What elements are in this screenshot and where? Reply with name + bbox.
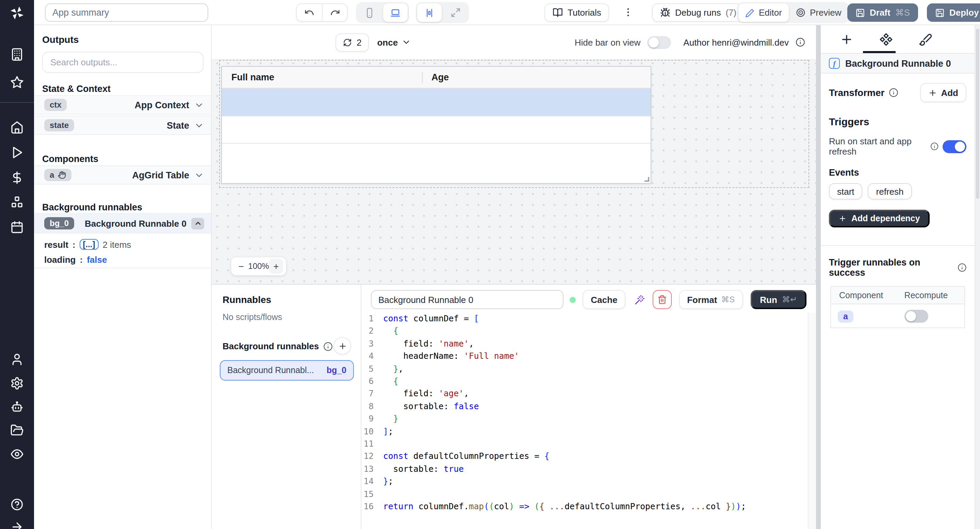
code-line: 16return columnDef.map((col) => ({ ...de… bbox=[361, 500, 808, 513]
canvas-toolbar: 2 once Hide bar on view Author henri@win… bbox=[212, 25, 816, 60]
runs-play-icon[interactable] bbox=[10, 146, 24, 159]
help-icon[interactable] bbox=[10, 498, 24, 511]
zoom-out-button[interactable]: − bbox=[234, 259, 248, 274]
styling-tab[interactable] bbox=[919, 33, 932, 46]
column-header[interactable]: Age bbox=[422, 67, 651, 88]
chevron-down-icon[interactable] bbox=[194, 100, 204, 110]
star-icon[interactable] bbox=[10, 76, 24, 89]
bg-runnables-list-title: Background runnables bbox=[223, 341, 319, 351]
debug-runs-button[interactable]: Debug runs (7) bbox=[652, 3, 745, 22]
code-line: 3 field: 'name', bbox=[361, 338, 808, 350]
folders-icon[interactable] bbox=[10, 424, 24, 437]
format-button[interactable]: Format ⌘S bbox=[679, 290, 743, 309]
chevron-down-icon[interactable] bbox=[194, 170, 204, 180]
aggrid-table-component[interactable]: Full name Age bbox=[221, 66, 651, 184]
book-icon bbox=[553, 8, 563, 18]
event-pill-start[interactable]: start bbox=[829, 183, 862, 199]
variables-dollar-icon[interactable] bbox=[10, 171, 24, 185]
preview-tab[interactable]: Preview bbox=[789, 3, 848, 22]
trigger-success-title: Trigger runnables on success bbox=[829, 257, 953, 278]
component-a-row[interactable]: a AgGrid Table bbox=[34, 166, 211, 185]
refresh-count-button[interactable]: 2 bbox=[336, 33, 369, 51]
center-spacing-button[interactable] bbox=[417, 3, 442, 22]
author-label: Author henri@windmill.dev bbox=[683, 37, 789, 47]
resize-handle[interactable] bbox=[644, 177, 649, 182]
column-header[interactable]: Full name bbox=[222, 67, 422, 88]
collapse-chevron-up-button[interactable] bbox=[191, 218, 204, 229]
vertical-scrollbar[interactable] bbox=[816, 25, 821, 529]
home-icon[interactable] bbox=[10, 121, 24, 134]
undo-button[interactable] bbox=[297, 4, 322, 21]
state-context-title: State & Context bbox=[42, 84, 111, 94]
code-lines[interactable]: 1const columnDef = [2 {3 field: 'name',4… bbox=[361, 312, 808, 529]
code-line: 6 { bbox=[361, 375, 808, 388]
editor-preview-toggle: Editor Preview bbox=[737, 2, 850, 23]
windmill-logo-icon[interactable] bbox=[9, 5, 25, 21]
info-icon[interactable] bbox=[795, 37, 805, 47]
desktop-view-button[interactable] bbox=[383, 3, 408, 22]
draft-button[interactable]: Draft ⌘S bbox=[847, 3, 918, 22]
mobile-view-button[interactable] bbox=[357, 3, 382, 22]
component-a-badge[interactable]: a bbox=[838, 310, 853, 322]
resources-boxes-icon[interactable] bbox=[10, 195, 24, 209]
outputs-title: Outputs bbox=[42, 34, 79, 45]
editor-tab[interactable]: Editor bbox=[738, 3, 789, 22]
schedules-calendar-icon[interactable] bbox=[10, 221, 24, 234]
recompute-toggle[interactable] bbox=[904, 309, 928, 322]
table-row: a bbox=[831, 304, 964, 327]
component-settings-tab[interactable] bbox=[879, 33, 893, 46]
page-scrollbar[interactable] bbox=[975, 25, 980, 529]
table-row-selected[interactable] bbox=[222, 89, 651, 116]
building-icon[interactable] bbox=[10, 48, 24, 61]
deploy-button[interactable]: Deploy bbox=[927, 3, 980, 22]
info-icon[interactable] bbox=[888, 88, 898, 97]
fullscreen-button[interactable] bbox=[443, 3, 468, 22]
redo-button[interactable] bbox=[322, 4, 347, 21]
audit-eye-icon[interactable] bbox=[10, 447, 24, 461]
delete-runnable-button[interactable] bbox=[653, 290, 672, 309]
more-menu-icon[interactable] bbox=[623, 5, 633, 19]
workers-robot-icon[interactable] bbox=[10, 400, 24, 414]
run-button[interactable]: Run ⌘↵ bbox=[750, 290, 807, 309]
preview-icon bbox=[795, 8, 806, 18]
settings-gear-icon[interactable] bbox=[10, 376, 24, 390]
event-pill-refresh[interactable]: refresh bbox=[868, 183, 912, 199]
info-icon[interactable] bbox=[323, 341, 332, 351]
info-icon[interactable] bbox=[930, 142, 939, 151]
collapse-arrow-icon[interactable] bbox=[10, 520, 24, 529]
component-settings-panel: f Background Runnable 0 Transformer Add … bbox=[821, 25, 975, 529]
users-icon[interactable] bbox=[10, 353, 24, 366]
app-summary-input[interactable] bbox=[45, 3, 208, 22]
run-on-start-toggle[interactable] bbox=[943, 140, 966, 153]
bg0-row[interactable]: bg_0 Background Runnable 0 bbox=[34, 213, 211, 234]
triggers-title: Triggers bbox=[829, 116, 966, 127]
runnable-name-input[interactable] bbox=[371, 290, 563, 309]
insert-component-tab[interactable] bbox=[840, 33, 853, 46]
add-runnable-button[interactable] bbox=[334, 337, 351, 355]
add-transformer-button[interactable]: Add bbox=[920, 83, 966, 102]
ctx-row[interactable]: ctx App Context bbox=[34, 95, 211, 115]
paintbrush-icon bbox=[919, 33, 932, 46]
trash-icon bbox=[657, 295, 667, 304]
state-type-label: State bbox=[167, 120, 189, 131]
state-row[interactable]: state State bbox=[34, 116, 211, 135]
table-row[interactable] bbox=[222, 116, 651, 143]
bug-icon bbox=[660, 8, 670, 18]
cache-button[interactable]: Cache bbox=[582, 290, 625, 309]
chevron-down-icon[interactable] bbox=[194, 120, 204, 131]
add-dependency-button[interactable]: Add dependency bbox=[829, 210, 929, 228]
bg-runnable-list-item[interactable]: Background Runnabl... bg_0 bbox=[220, 360, 354, 381]
ai-wand-icon[interactable] bbox=[634, 294, 645, 305]
zoom-in-button[interactable]: + bbox=[269, 259, 283, 274]
hide-bar-toggle[interactable] bbox=[647, 36, 671, 49]
schedule-dropdown[interactable]: once bbox=[377, 37, 411, 47]
search-outputs-input[interactable] bbox=[42, 52, 204, 73]
editor-scrollbar-gutter[interactable] bbox=[808, 312, 816, 529]
components-title: Components bbox=[42, 154, 98, 164]
result-expand-chip[interactable]: [...] bbox=[80, 239, 99, 250]
app-canvas[interactable]: 2 once Hide bar on view Author henri@win… bbox=[212, 25, 816, 284]
bg-runnables-title: Background runnables bbox=[42, 202, 142, 212]
info-icon[interactable] bbox=[957, 263, 966, 272]
ctx-type-label: App Context bbox=[135, 100, 189, 110]
tutorials-button[interactable]: Tutorials bbox=[544, 3, 609, 22]
